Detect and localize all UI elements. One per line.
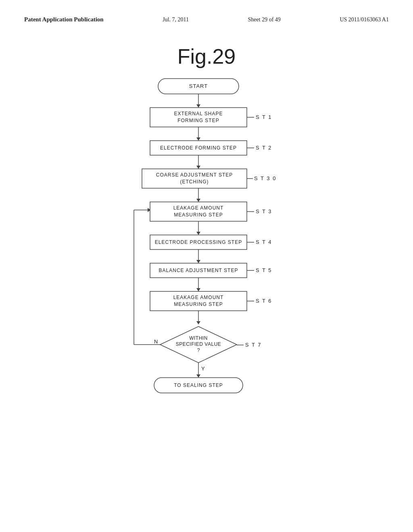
flowchart-svg: START EXTERNAL SHAPE FORMING STEP S T 1 … [106,75,307,514]
svg-text:MEASURING  STEP: MEASURING STEP [174,212,223,218]
svg-text:Y: Y [201,366,205,372]
svg-marker-16 [196,166,200,169]
svg-marker-10 [196,137,200,141]
svg-text:LEAKAGE  AMOUNT: LEAKAGE AMOUNT [173,205,224,211]
svg-text:ELECTRODE  PROCESSING  STEP: ELECTRODE PROCESSING STEP [155,239,242,245]
svg-marker-3 [196,104,200,108]
svg-text:SPECIFIED  VALUE: SPECIFIED VALUE [176,341,221,347]
svg-text:S T 3 0: S T 3 0 [254,175,276,181]
svg-text:MEASURING  STEP: MEASURING STEP [174,301,223,307]
header: Patent Application Publication Jul. 7, 2… [24,16,389,23]
svg-text:TO  SEALING  STEP: TO SEALING STEP [174,382,223,388]
svg-text:S T 1: S T 1 [256,114,272,120]
svg-text:S T 4: S T 4 [256,239,272,245]
svg-marker-38 [196,260,200,263]
header-patent: US 2011/0163063 A1 [340,17,389,23]
svg-marker-32 [196,232,200,235]
svg-text:N: N [154,339,158,345]
header-date: Jul. 7, 2011 [163,17,189,23]
svg-text:S T 2: S T 2 [256,145,272,151]
svg-text:LEAKAGE  AMOUNT: LEAKAGE AMOUNT [173,295,224,300]
figure-title: Fig.29 [177,44,236,69]
svg-text:START: START [189,83,208,89]
svg-text:WITHIN: WITHIN [189,335,208,341]
header-publication: Patent Application Publication [24,16,104,23]
svg-marker-61 [196,374,200,378]
svg-text:S T 7: S T 7 [245,342,262,348]
svg-text:(ETCHING): (ETCHING) [180,179,209,185]
svg-text:?: ? [197,347,200,353]
svg-marker-44 [196,288,200,291]
svg-text:ELECTRODE  FORMING  STEP: ELECTRODE FORMING STEP [160,145,237,151]
svg-text:BALANCE  ADJUSTMENT  STEP: BALANCE ADJUSTMENT STEP [159,268,238,273]
svg-text:S T 3: S T 3 [256,208,272,214]
svg-marker-23 [196,199,200,202]
svg-marker-51 [196,321,200,324]
svg-text:EXTERNAL  SHAPE: EXTERNAL SHAPE [174,111,223,116]
svg-text:COARSE  ADJUSTMENT  STEP: COARSE ADJUSTMENT STEP [156,172,233,178]
page: Patent Application Publication Jul. 7, 2… [0,0,413,532]
svg-text:FORMING  STEP: FORMING STEP [177,118,219,123]
header-sheet: Sheet 29 of 49 [248,17,281,23]
svg-text:S T 6: S T 6 [256,298,272,304]
svg-text:S T 5: S T 5 [256,267,272,273]
